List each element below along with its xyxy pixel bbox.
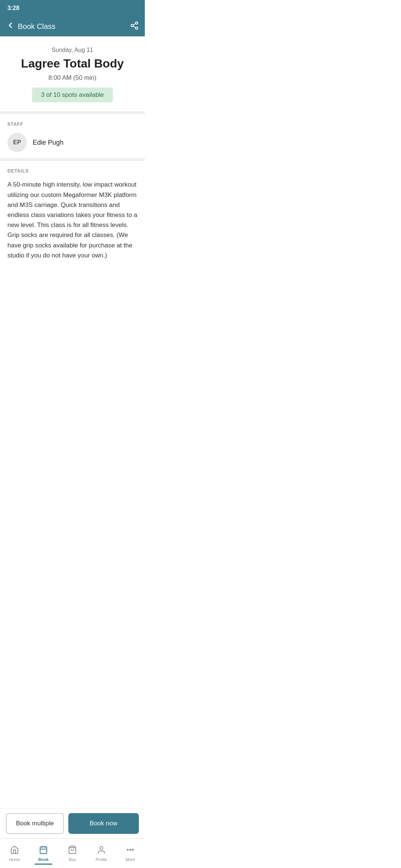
share-button[interactable] xyxy=(130,21,139,32)
header-left: Book Class xyxy=(6,21,55,32)
details-section-label: DETAILS xyxy=(7,168,137,174)
details-section: DETAILS A 50-minute high intensity, low … xyxy=(0,161,145,269)
main-content: Sunday, Aug 11 Lagree Total Body 8:00 AM… xyxy=(0,36,145,306)
staff-row: EP Edie Pugh xyxy=(7,133,137,152)
staff-name: Edie Pugh xyxy=(33,139,63,147)
status-bar: 3:28 xyxy=(0,0,145,16)
class-name: Lagree Total Body xyxy=(7,56,137,70)
section-divider-2 xyxy=(0,158,145,161)
svg-line-4 xyxy=(133,23,136,25)
staff-avatar: EP xyxy=(7,133,27,152)
staff-section-label: STAFF xyxy=(7,122,137,127)
status-time: 3:28 xyxy=(7,5,19,11)
class-date: Sunday, Aug 11 xyxy=(7,47,137,53)
section-divider-1 xyxy=(0,111,145,114)
hero-section: Sunday, Aug 11 Lagree Total Body 8:00 AM… xyxy=(0,36,145,111)
back-button[interactable] xyxy=(6,21,15,32)
page-title: Book Class xyxy=(18,22,55,31)
spots-badge: 3 of 10 spots available xyxy=(32,88,113,102)
staff-section: STAFF EP Edie Pugh xyxy=(0,114,145,158)
svg-line-3 xyxy=(133,26,136,27)
header: Book Class xyxy=(0,16,145,36)
class-time: 8:00 AM (50 min) xyxy=(7,74,137,82)
details-text: A 50-minute high intensity, low impact w… xyxy=(7,180,137,260)
